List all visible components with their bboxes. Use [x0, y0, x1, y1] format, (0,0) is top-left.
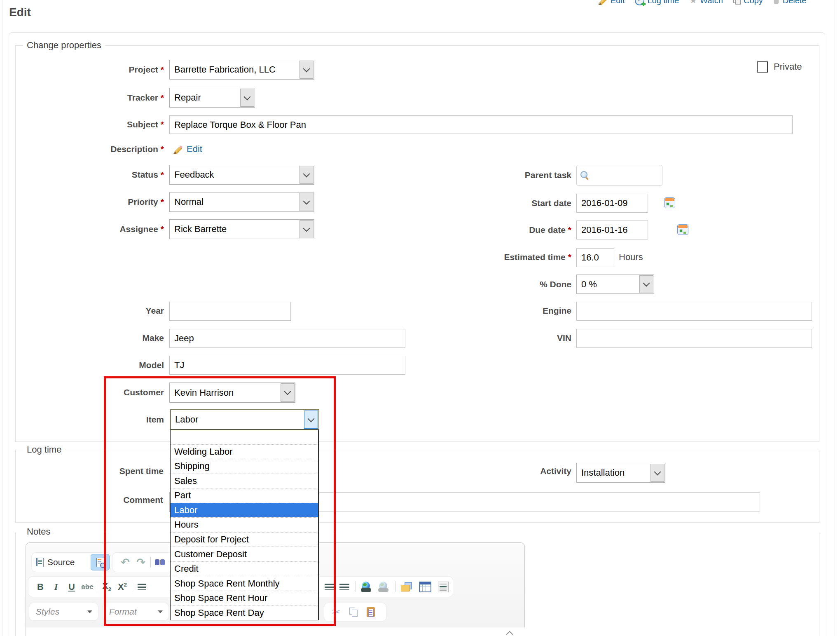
- dropdown-option[interactable]: Shop Space Rent Monthly: [171, 576, 318, 591]
- context-delete-link[interactable]: Delete: [773, 0, 807, 5]
- required-asterisk: *: [568, 252, 571, 262]
- superscript-button[interactable]: X2: [115, 579, 130, 595]
- project-select-button[interactable]: [299, 61, 314, 79]
- start-date-input[interactable]: 2016-01-09: [576, 194, 648, 213]
- cut-button[interactable]: ✂: [328, 604, 344, 620]
- undo-button[interactable]: ↶: [117, 554, 133, 570]
- private-checkbox[interactable]: [757, 61, 768, 73]
- binoculars-icon: [155, 558, 166, 566]
- star-icon: ★: [689, 0, 697, 5]
- year-input[interactable]: [169, 302, 291, 321]
- model-input[interactable]: TJ: [169, 356, 405, 375]
- dropdown-option[interactable]: Customer Deposit: [171, 547, 318, 561]
- context-log-time-link[interactable]: Log time: [635, 0, 679, 5]
- percent-done-select-button[interactable]: [639, 275, 653, 293]
- subscript-button[interactable]: X2: [99, 579, 115, 595]
- redo-button[interactable]: ↷: [133, 554, 149, 570]
- calendar-icon[interactable]: [677, 224, 688, 235]
- justify-block-button[interactable]: [337, 579, 352, 595]
- bold-button[interactable]: B: [33, 579, 48, 595]
- image-icon: [401, 582, 412, 591]
- customer-select[interactable]: Kevin Harrison: [169, 383, 295, 403]
- context-copy-link[interactable]: Copy: [733, 0, 763, 5]
- engine-input[interactable]: [576, 302, 812, 321]
- estimated-time-value: 16.0: [581, 252, 599, 263]
- dropdown-option[interactable]: Shop Space Rent Day: [171, 605, 318, 620]
- dropdown-option[interactable]: [171, 430, 318, 444]
- status-select[interactable]: Feedback: [169, 165, 314, 185]
- estimated-time-input[interactable]: 16.0: [576, 248, 614, 267]
- editor-content-area[interactable]: [26, 627, 525, 636]
- link-button[interactable]: [358, 579, 374, 595]
- subject-value: Replace Torque Box & Floor Pan: [174, 120, 306, 130]
- due-date-input[interactable]: 2016-01-16: [576, 221, 648, 239]
- subject-input[interactable]: Replace Torque Box & Floor Pan: [169, 115, 793, 134]
- table-button[interactable]: [417, 579, 433, 595]
- customer-select-button[interactable]: [281, 383, 295, 402]
- assignee-select-button[interactable]: [299, 220, 314, 238]
- parent-task-input[interactable]: [576, 165, 662, 186]
- due-date-value: 2016-01-16: [581, 225, 628, 235]
- required-asterisk: *: [161, 144, 164, 154]
- copy-button[interactable]: [346, 604, 361, 620]
- find-button[interactable]: [152, 554, 168, 570]
- description-edit-link[interactable]: Edit: [187, 143, 202, 155]
- assignee-label: Assignee*: [0, 223, 164, 235]
- paste-button[interactable]: [363, 604, 379, 620]
- underline-icon: U: [68, 582, 75, 591]
- vin-input[interactable]: [576, 329, 812, 348]
- dropdown-option[interactable]: Deposit for Project: [171, 532, 318, 547]
- estimated-time-label: Estimated time*: [367, 251, 571, 263]
- activity-select[interactable]: Installation: [576, 463, 665, 483]
- underline-button[interactable]: U: [64, 579, 80, 595]
- chevron-down-icon: [303, 65, 310, 72]
- status-select-button[interactable]: [299, 166, 314, 184]
- styles-dropdown[interactable]: Styles: [29, 603, 98, 620]
- context-log-time-label: Log time: [647, 0, 679, 5]
- context-delete-label: Delete: [783, 0, 807, 5]
- due-date-label: Due date*: [367, 224, 571, 236]
- chevron-down-icon: [244, 93, 251, 100]
- format-label: Format: [109, 607, 137, 617]
- toolbar-divider: [150, 557, 151, 568]
- horizontal-rule-button[interactable]: [435, 579, 451, 595]
- numbered-list-button[interactable]: [134, 579, 150, 595]
- percent-done-select[interactable]: 0 %: [576, 275, 654, 294]
- image-button[interactable]: [398, 579, 414, 595]
- dropdown-option-selected[interactable]: Labor: [171, 503, 318, 518]
- format-dropdown[interactable]: Format: [103, 603, 168, 620]
- unlink-button[interactable]: [375, 579, 391, 595]
- parent-task-label: Parent task: [367, 169, 571, 181]
- clipboard-group: ✂: [324, 603, 386, 621]
- log-time-legend: Log time: [23, 444, 65, 455]
- context-watch-link[interactable]: ★ Watch: [689, 0, 723, 5]
- project-select[interactable]: Barrette Fabrication, LLC: [169, 60, 314, 80]
- calendar-icon[interactable]: [664, 197, 675, 208]
- item-select-button[interactable]: [304, 411, 318, 429]
- strikethrough-icon: abc: [81, 583, 93, 590]
- preview-button[interactable]: [91, 554, 110, 570]
- item-select[interactable]: Labor: [170, 409, 319, 430]
- numbered-list-icon: [138, 584, 146, 590]
- tracker-select[interactable]: Repair: [169, 88, 255, 108]
- tracker-select-button[interactable]: [240, 89, 254, 107]
- required-asterisk: *: [161, 224, 164, 234]
- italic-button[interactable]: I: [48, 579, 64, 595]
- priority-select-button[interactable]: [299, 193, 314, 211]
- editor-scrollbar-up[interactable]: [505, 629, 515, 636]
- priority-select[interactable]: Normal: [169, 192, 314, 212]
- dropdown-option[interactable]: Credit: [171, 561, 318, 576]
- dropdown-option[interactable]: Part: [171, 488, 318, 503]
- dropdown-option[interactable]: Shop Space Rent Hour: [171, 591, 318, 605]
- source-button[interactable]: Source: [47, 557, 75, 567]
- justify-button[interactable]: [322, 579, 337, 595]
- dropdown-option[interactable]: Welding Labor: [171, 444, 318, 459]
- dropdown-option[interactable]: Hours: [171, 517, 318, 532]
- dropdown-option[interactable]: Shipping: [171, 459, 318, 474]
- activity-select-button[interactable]: [650, 464, 665, 482]
- dropdown-option[interactable]: Sales: [171, 474, 318, 488]
- superscript-icon: X2: [118, 582, 127, 591]
- assignee-select[interactable]: Rick Barrette: [169, 219, 314, 239]
- context-edit-link[interactable]: Edit: [598, 0, 625, 5]
- strikethrough-button[interactable]: abc: [80, 579, 95, 595]
